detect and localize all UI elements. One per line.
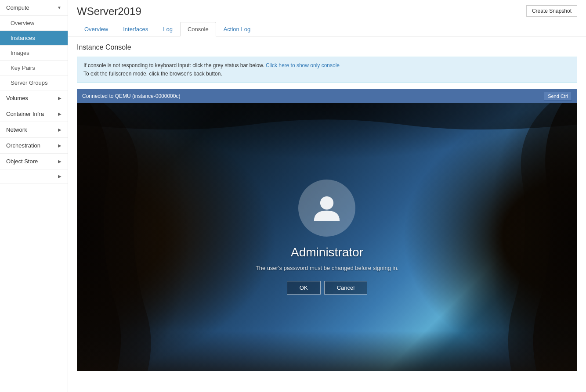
sidebar-item-images[interactable]: Images [0, 46, 68, 61]
chevron-right-icon: ▶ [58, 159, 61, 164]
connection-status: Connected to QEMU (instance-0000000c) [82, 93, 180, 99]
console-topbar: Connected to QEMU (instance-0000000c) Se… [77, 89, 577, 103]
main-header: WServer2019 Create Snapshot Overview Int… [68, 0, 586, 36]
login-username: Administrator [291, 245, 363, 259]
tab-log[interactable]: Log [156, 22, 180, 36]
header-top: WServer2019 Create Snapshot [77, 5, 577, 22]
login-message: The user's password must be changed befo… [256, 265, 399, 271]
page-title: WServer2019 [77, 5, 141, 18]
sidebar-section-object-store[interactable]: Object Store ▶ [0, 154, 68, 169]
tab-overview[interactable]: Overview [77, 22, 116, 36]
sidebar-section-volumes[interactable]: Volumes ▶ [0, 90, 68, 106]
sidebar: Compute ▼ Overview Instances Images Key … [0, 0, 68, 392]
sidebar-section-object-store-label: Object Store [6, 158, 38, 165]
chevron-right-icon: ▶ [58, 111, 61, 116]
sidebar-item-keypairs[interactable]: Key Pairs [0, 61, 68, 76]
tab-console[interactable]: Console [180, 22, 216, 36]
login-cancel-button[interactable]: Cancel [324, 281, 367, 295]
send-ctrl-button[interactable]: Send Ctrl [544, 92, 572, 101]
sidebar-section-container-infra[interactable]: Container Infra ▶ [0, 106, 68, 122]
sidebar-item-overview[interactable]: Overview [0, 16, 68, 31]
chevron-right-icon: ▶ [58, 127, 61, 132]
sidebar-section-compute-label: Compute [6, 4, 29, 11]
sidebar-section-container-infra-label: Container Infra [6, 111, 44, 117]
console-screen[interactable]: Administrator The user's password must b… [77, 103, 577, 371]
cave-left-overlay [77, 103, 217, 371]
section-title: Instance Console [77, 43, 577, 51]
sidebar-section-compute[interactable]: Compute ▼ [0, 0, 68, 16]
svg-point-0 [320, 197, 333, 210]
console-wrapper: Connected to QEMU (instance-0000000c) Se… [77, 89, 577, 371]
sidebar-section-extra[interactable]: ▶ [0, 169, 68, 183]
sidebar-section-orchestration-label: Orchestration [6, 142, 40, 149]
windows-login-bg: Administrator The user's password must b… [77, 103, 577, 371]
chevron-down-icon: ▼ [57, 5, 61, 10]
tab-interfaces[interactable]: Interfaces [116, 22, 156, 36]
cave-bottom-overlay [77, 331, 577, 371]
show-only-console-link[interactable]: Click here to show only console [266, 62, 340, 68]
sidebar-item-servergroups[interactable]: Server Groups [0, 76, 68, 90]
tabs-bar: Overview Interfaces Log Console Action L… [77, 22, 577, 36]
info-banner-line1: If console is not responding to keyboard… [83, 62, 264, 68]
info-banner: If console is not responding to keyboard… [77, 57, 577, 83]
main-content: WServer2019 Create Snapshot Overview Int… [68, 0, 586, 392]
chevron-right-icon: ▶ [58, 96, 61, 101]
tab-action-log[interactable]: Action Log [216, 22, 258, 36]
login-content: Administrator The user's password must b… [256, 180, 399, 295]
login-ok-button[interactable]: OK [287, 281, 321, 295]
create-snapshot-button[interactable]: Create Snapshot [526, 5, 577, 17]
chevron-right-icon: ▶ [58, 143, 61, 148]
sidebar-section-network[interactable]: Network ▶ [0, 122, 68, 138]
cave-right-overlay [467, 103, 577, 371]
content-area: Instance Console If console is not respo… [68, 36, 586, 392]
sidebar-section-orchestration[interactable]: Orchestration ▶ [0, 138, 68, 154]
user-avatar [298, 180, 355, 237]
sidebar-section-volumes-label: Volumes [6, 95, 28, 101]
login-buttons: OK Cancel [287, 281, 367, 295]
info-banner-line2: To exit the fullscreen mode, click the b… [83, 71, 222, 77]
sidebar-section-network-label: Network [6, 126, 27, 133]
sidebar-item-instances[interactable]: Instances [0, 31, 68, 46]
user-icon [311, 193, 342, 223]
chevron-right-icon: ▶ [58, 174, 61, 179]
cave-top-overlay [77, 103, 577, 183]
